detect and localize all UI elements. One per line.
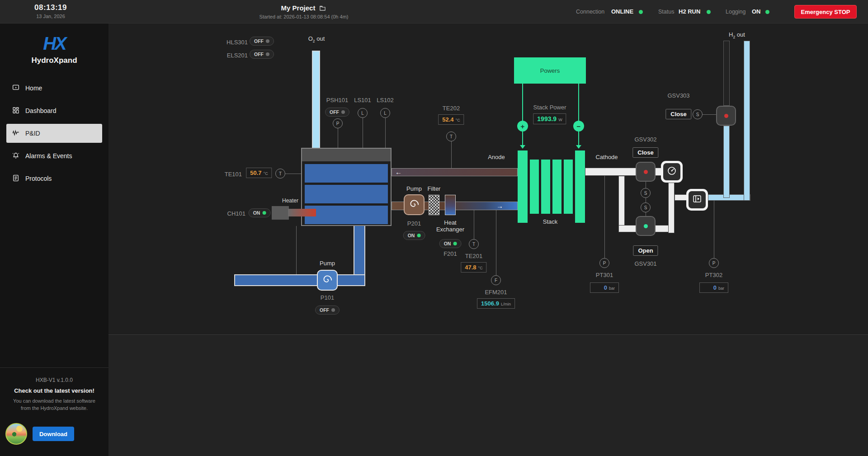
logging-status-dot bbox=[765, 10, 769, 14]
gsv303-label: GSV303 bbox=[667, 92, 689, 99]
tank-top-band bbox=[302, 149, 391, 161]
tank-return-pipe bbox=[354, 225, 365, 277]
power-supply-box: Powers bbox=[514, 57, 586, 84]
download-button[interactable]: Download bbox=[33, 427, 74, 441]
hls301-label: HLS301 bbox=[226, 39, 248, 46]
stack-label: Stack bbox=[543, 218, 558, 225]
clock-date: 13 Jan, 2026 bbox=[27, 14, 74, 19]
temperature-sensor-symbol: T bbox=[275, 169, 285, 179]
sidebar-item-label: Alarms & Events bbox=[25, 152, 72, 160]
ls102-label: LS102 bbox=[377, 97, 394, 103]
psh101-tap-line bbox=[338, 128, 338, 148]
ls101-tap-line bbox=[363, 118, 363, 148]
emergency-stop-button[interactable]: Emergency STOP bbox=[794, 5, 857, 19]
gsv303-close-button[interactable]: Close bbox=[665, 109, 691, 119]
stack-electrode bbox=[575, 150, 585, 223]
f201-label: F201 bbox=[443, 250, 457, 257]
pressure-sensor-symbol: P bbox=[709, 258, 719, 268]
o2-outlet-pipe bbox=[312, 51, 320, 162]
separator-right-pipe bbox=[668, 183, 675, 233]
pump-spiral-icon bbox=[408, 198, 420, 212]
sidebar-item-alarms[interactable]: Alarms & Events bbox=[6, 146, 102, 165]
regulator-icon bbox=[692, 193, 703, 206]
gsv301-open-button[interactable]: Open bbox=[633, 245, 658, 256]
negative-terminal: − bbox=[573, 121, 584, 132]
p101-label: P101 bbox=[321, 294, 334, 301]
sidebar-item-pid[interactable]: P&ID bbox=[6, 124, 102, 143]
h2-pressurized-lower-pipe bbox=[723, 126, 730, 198]
heat-exchanger-element bbox=[445, 195, 456, 215]
solenoid-symbol: S bbox=[641, 188, 651, 198]
ch101-label: CH101 bbox=[227, 210, 245, 217]
efm201-label: EFM201 bbox=[485, 289, 507, 296]
te101-value-box: 50.7°C bbox=[246, 168, 272, 178]
pt301-label: PT301 bbox=[596, 272, 613, 278]
level-sensor-symbol: L bbox=[358, 108, 368, 118]
hls301-state-badge[interactable]: OFF bbox=[250, 37, 274, 46]
sidebar-item-label: Home bbox=[25, 85, 42, 92]
filter-title: Filter bbox=[428, 185, 441, 192]
sidebar-item-home[interactable]: Home bbox=[6, 79, 102, 98]
els201-state: OFF bbox=[254, 52, 264, 57]
circulation-pipe bbox=[234, 274, 365, 286]
folder-icon[interactable] bbox=[315, 4, 326, 12]
project-name: My Project bbox=[281, 4, 316, 12]
sidebar: HX HydroXpand Home Dashboard P&ID Alarms… bbox=[0, 24, 108, 456]
filter-element bbox=[429, 195, 439, 215]
clock: 08:13:19 bbox=[27, 3, 74, 12]
pressure-gauge-node[interactable] bbox=[661, 161, 683, 183]
backpressure-regulator-node[interactable] bbox=[686, 189, 708, 211]
els201-dot bbox=[266, 52, 269, 56]
te101-label: TE101 bbox=[225, 171, 242, 178]
gsv302-valve[interactable] bbox=[636, 162, 656, 182]
connection-label: Connection bbox=[576, 9, 604, 15]
tank-drain-line bbox=[296, 226, 297, 275]
session-start-time: Started at: 2026-01-13 08:08:54 (0h 4m) bbox=[231, 14, 376, 19]
gsv302-close-button[interactable]: Close bbox=[632, 147, 658, 158]
pt302-label: PT302 bbox=[705, 272, 722, 278]
stack-cell bbox=[541, 160, 550, 214]
p101-state-badge[interactable]: OFF bbox=[315, 306, 340, 315]
te201-value-box: 47.8°C bbox=[461, 262, 486, 273]
power-arrow bbox=[520, 145, 525, 149]
psh101-state-badge[interactable]: OFF bbox=[325, 108, 349, 117]
temperature-sensor-symbol: T bbox=[446, 132, 456, 141]
status-value: H2 RUN bbox=[679, 8, 700, 15]
ch101-state-badge[interactable]: ON bbox=[249, 208, 271, 217]
h2-pressurized-upper-pipe bbox=[723, 41, 730, 106]
p201-state-badge[interactable]: ON bbox=[403, 231, 425, 240]
gsv303-valve[interactable] bbox=[716, 106, 736, 126]
sidebar-item-dashboard[interactable]: Dashboard bbox=[6, 101, 102, 120]
pump-spiral-icon bbox=[321, 273, 333, 287]
stack-power-label: Stack Power bbox=[533, 104, 566, 111]
te101-tap-line bbox=[285, 174, 301, 174]
psh101-state: OFF bbox=[330, 109, 339, 115]
level-sensor-symbol: L bbox=[380, 108, 390, 118]
anode-return-pipe bbox=[392, 168, 518, 176]
cathode-label: Cathode bbox=[595, 154, 618, 160]
efm201-tap-line bbox=[496, 210, 496, 275]
hls301-state: OFF bbox=[254, 38, 264, 44]
pressure-sensor-symbol: P bbox=[599, 258, 609, 268]
solenoid-symbol: S bbox=[641, 202, 651, 212]
pump-p101[interactable] bbox=[317, 270, 338, 291]
sidebar-item-protocols[interactable]: Protocols bbox=[6, 169, 102, 188]
psh101-dot bbox=[341, 110, 345, 114]
logging-value: ON bbox=[752, 8, 761, 15]
sidebar-item-label: P&ID bbox=[25, 130, 40, 137]
f201-state-badge[interactable]: ON bbox=[439, 239, 462, 248]
h2-branch-pipe bbox=[675, 194, 687, 201]
te201-tap-line bbox=[474, 210, 474, 239]
waveform-icon bbox=[12, 129, 20, 138]
gsv301-valve[interactable] bbox=[636, 216, 656, 236]
p101-dot bbox=[331, 308, 335, 312]
els201-state-badge[interactable]: OFF bbox=[250, 50, 274, 59]
f201-dot bbox=[453, 242, 457, 245]
update-body: You can download the latest software fro… bbox=[8, 398, 100, 412]
pump-p201[interactable] bbox=[404, 194, 425, 215]
p201-label: P201 bbox=[407, 220, 421, 227]
h2-ambient-riser-pipe bbox=[744, 41, 750, 201]
separator-down-pipe bbox=[618, 176, 625, 226]
te201-label: TE201 bbox=[465, 253, 482, 259]
gauge-icon bbox=[666, 165, 677, 178]
